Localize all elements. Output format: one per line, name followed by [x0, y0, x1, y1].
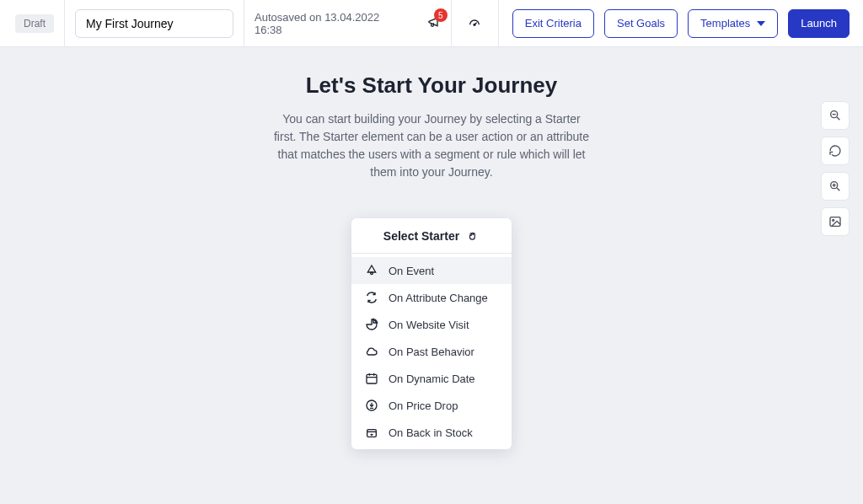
autosave-text: Autosaved on 13.04.2022 16:38	[255, 11, 394, 36]
starter-list: On EventOn Attribute ChangeOn Website Vi…	[351, 254, 512, 449]
templates-button[interactable]: Templates	[688, 9, 778, 38]
starter-item-label: On Past Behavior	[389, 346, 474, 358]
pricedrop-icon	[365, 399, 378, 412]
starter-item-label: On Back in Stock	[389, 426, 473, 439]
starter-item-label: On Website Visit	[389, 319, 469, 331]
speed-segment[interactable]	[452, 0, 499, 46]
title-segment	[65, 0, 244, 46]
zoom-out-icon	[828, 109, 842, 122]
topbar-actions: Exit Criteria Set Goals Templates Launch	[499, 0, 863, 46]
canvas: Let's Start Your Journey You can start b…	[0, 72, 863, 504]
exit-criteria-button[interactable]: Exit Criteria	[512, 9, 594, 38]
gauge-icon	[468, 17, 481, 30]
starter-header-label: Select Starter	[383, 229, 459, 243]
svg-rect-2	[367, 374, 377, 383]
grab-icon	[466, 229, 480, 243]
svg-point-1	[371, 272, 373, 275]
page-title: Let's Start Your Journey	[162, 72, 701, 99]
starter-item-refresh[interactable]: On Attribute Change	[351, 284, 512, 311]
svg-rect-7	[830, 217, 840, 227]
box-icon	[365, 426, 378, 439]
zoom-in-icon	[828, 180, 842, 193]
starter-item-event[interactable]: On Event	[351, 257, 512, 284]
reset-zoom-button[interactable]	[821, 137, 850, 165]
image-icon	[828, 215, 842, 228]
refresh-icon	[828, 144, 842, 158]
cloud-icon	[365, 345, 378, 358]
chevron-down-icon	[757, 21, 765, 26]
launch-button[interactable]: Launch	[788, 9, 850, 38]
image-export-button[interactable]	[821, 207, 850, 236]
notification-count-badge: 5	[434, 8, 448, 22]
starter-item-label: On Attribute Change	[389, 292, 488, 304]
zoom-in-button[interactable]	[821, 172, 850, 201]
page-description: You can start building your Journey by s…	[271, 110, 592, 181]
starter-item-pricedrop[interactable]: On Price Drop	[351, 392, 512, 419]
draft-segment: Draft	[0, 0, 65, 46]
starter-panel: Select Starter On EventOn Attribute Chan…	[351, 218, 512, 449]
hero: Let's Start Your Journey You can start b…	[162, 72, 701, 181]
starter-panel-header[interactable]: Select Starter	[351, 218, 512, 254]
svg-point-8	[833, 219, 834, 221]
starter-item-label: On Price Drop	[389, 399, 458, 412]
starter-item-calendar[interactable]: On Dynamic Date	[351, 365, 512, 392]
journey-title-input[interactable]	[75, 9, 233, 38]
starter-item-cloud[interactable]: On Past Behavior	[351, 338, 512, 365]
starter-item-pie[interactable]: On Website Visit	[351, 311, 512, 338]
event-icon	[365, 264, 378, 277]
autosave-segment: Autosaved on 13.04.2022 16:38 5	[244, 0, 452, 46]
zoom-out-button[interactable]	[821, 101, 850, 130]
templates-label: Templates	[700, 17, 750, 29]
canvas-tools	[821, 101, 850, 236]
starter-item-label: On Dynamic Date	[389, 373, 475, 385]
set-goals-button[interactable]: Set Goals	[604, 9, 678, 38]
calendar-icon	[365, 372, 378, 385]
topbar: Draft Autosaved on 13.04.2022 16:38 5 Ex…	[0, 0, 863, 47]
pie-icon	[365, 318, 378, 331]
starter-item-box[interactable]: On Back in Stock	[351, 419, 512, 446]
refresh-icon	[365, 291, 378, 304]
notifications-button[interactable]: 5	[427, 15, 441, 31]
starter-item-label: On Event	[389, 265, 434, 277]
draft-badge: Draft	[15, 14, 54, 33]
